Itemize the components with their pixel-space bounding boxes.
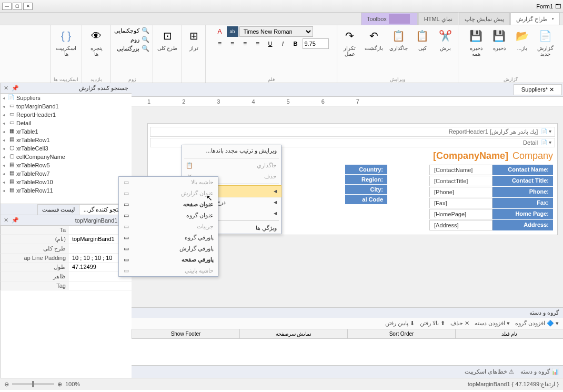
context-submenu-bands[interactable]: حاشیه بالا▭عنوان گزارش▭عنوان صفحه▭عنوان … [118, 176, 218, 277]
font-color-button[interactable]: A [214, 26, 226, 37]
field-cell[interactable]: :Country [345, 165, 387, 174]
new-report-button[interactable]: 📄گزارش جدید [535, 26, 556, 58]
layout-button[interactable]: ⊡طرح کلی [155, 26, 180, 52]
property-row[interactable]: Ta [1, 226, 132, 235]
zoom-slider[interactable] [12, 383, 54, 385]
ctx-band-option[interactable]: پاورقي صفحه▭ [119, 254, 218, 265]
tab-toolbox[interactable]: Toolbox [361, 13, 418, 25]
ctx-band-option[interactable]: حاشیه بالا▭ [119, 177, 218, 188]
font-name-select[interactable]: Times New Roman [239, 26, 313, 37]
tree-item[interactable]: xrTableRow1▤◂ [1, 136, 132, 144]
align-button[interactable]: ⊞تراز [183, 26, 204, 52]
justify-button[interactable]: ≡ [252, 38, 264, 49]
panel-close-icon[interactable]: ✕ [4, 217, 8, 224]
tree-item[interactable]: xrTableRow5▤◂ [1, 161, 132, 169]
tree-item[interactable]: xrTableCell3▢◂ [1, 144, 132, 153]
zoom-out-button[interactable]: 🔍کوچکنمایی [114, 26, 149, 35]
property-row[interactable]: 47.12499طول [1, 263, 132, 272]
property-row[interactable]: ظاهر [1, 272, 132, 282]
field-cell[interactable]: :City [345, 185, 387, 194]
ctx-band-option[interactable]: عنوان گزارش▭ [119, 188, 218, 199]
zoom-minus-button[interactable]: ⊖ [4, 381, 9, 388]
redo-button[interactable]: ↷تکرار عمل [339, 26, 360, 58]
align-center-button[interactable]: ≡ [227, 38, 238, 49]
saveall-button[interactable]: 💾ذخیره همه [466, 26, 487, 58]
align-left-button[interactable]: ≡ [239, 38, 251, 49]
field-cell[interactable]: :Address[Address] [429, 220, 553, 230]
zoom-in-button[interactable]: 🔍بزرگنمایی [114, 44, 149, 53]
ctx-band-option[interactable]: عنوان صفحه▭ [119, 199, 218, 210]
ctx-band-option[interactable]: حاشیه پاییني▭ [119, 265, 218, 276]
tree-item[interactable]: Detail▭◂ [1, 119, 132, 127]
close-button[interactable]: ✕ [23, 3, 33, 10]
zoom-button[interactable]: 🔍زوم [114, 35, 149, 44]
ctx-band-option[interactable]: جزییات▭ [119, 221, 218, 232]
font-size-input[interactable] [303, 38, 329, 49]
property-row[interactable]: Tag [1, 282, 132, 290]
field-cell[interactable]: :Region [345, 175, 387, 184]
tree-item[interactable]: ReportHeader1▭◂ [1, 110, 132, 119]
minimize-button[interactable]: — [2, 3, 12, 10]
field-cell[interactable]: :Contact Name[ContactName] [429, 165, 553, 175]
ctx-band-option[interactable]: پاورقي گزارش▭ [119, 243, 218, 254]
tree-item[interactable]: xrTableRow11▤◂ [1, 186, 132, 195]
save-button[interactable]: 💾ذخیره [489, 26, 510, 58]
col-showheader[interactable]: نمایش سرصفحه [239, 329, 347, 338]
add-group-button[interactable]: ▾ 🔷 افزودن گروه [515, 320, 559, 327]
ctx-paste[interactable]: جاگذاري📋 [182, 160, 281, 171]
field-cell[interactable]: :Contact Title[ContactTitle] [429, 176, 553, 186]
align-right-button[interactable]: ≡ [214, 38, 226, 49]
property-row[interactable]: topMarginBand1(نام) [1, 235, 132, 244]
field-cell[interactable]: :Home Page[HomePage] [429, 209, 553, 219]
zoom-plus-button[interactable]: ⊕ [57, 381, 62, 388]
tree-item[interactable]: cellCompanyName▢◂ [1, 153, 132, 161]
doc-tab-suppliers[interactable]: ✕ *Suppliers [514, 84, 562, 95]
tab-preview[interactable]: پیش نمایش چاپ [459, 13, 510, 25]
ctx-band-option[interactable]: عنوان گروه▭ [119, 210, 218, 221]
cut-button[interactable]: ✂️برش [435, 26, 456, 58]
paste-button[interactable]: 📋جاگذاري [387, 26, 410, 58]
tree-item[interactable]: Suppliers📄◂ [1, 94, 132, 102]
bottom-tab-group[interactable]: 📊 گروه و دسته [520, 368, 559, 375]
tree-item[interactable]: xrTable1▦◂ [1, 127, 132, 136]
scripts-button[interactable]: { }اسكريپت ها [54, 26, 78, 58]
status-text: topMarginBand1 { ارتفاع:47.12499 } [468, 381, 559, 388]
tree-item[interactable]: topMarginBand1▭◂ [1, 102, 132, 110]
moveup-button[interactable]: ⬆ بالا رفتن [420, 320, 445, 327]
ctx-band-option[interactable]: پاورقي گروه▭ [119, 232, 218, 243]
report-tree[interactable]: Suppliers📄◂topMarginBand1▭◂ReportHeader1… [1, 94, 132, 204]
bottom-tab-errors[interactable]: ⚠ خطاهای اسکریپت [465, 368, 514, 375]
movedown-button[interactable]: ⬇ پایین رفتن [385, 320, 415, 327]
property-grid[interactable]: TatopMarginBand1(نام)طرح کلی10 ; 10 ; 10… [1, 226, 132, 378]
open-button[interactable]: 📂باز... [512, 26, 533, 58]
tab-designer[interactable]: ▾طراح گزارش [510, 13, 560, 25]
col-showfooter[interactable]: Show Footer [132, 329, 239, 338]
fieldlist-tab[interactable]: لیست قسمت [37, 204, 79, 215]
tree-item[interactable]: xrTableRow7▤◂ [1, 169, 132, 178]
copy-button[interactable]: 📋کپی [412, 26, 433, 58]
maximize-button[interactable]: ▢ [13, 3, 22, 10]
property-row[interactable]: طرح کلی [1, 244, 132, 254]
company-binding[interactable]: [CompanyName] [433, 150, 508, 162]
undo-button[interactable]: ↶بازگشت [363, 26, 385, 58]
band-reportheader[interactable]: ▾ 📄 [یك باندر هر گزارش] ReportHeader1 [150, 127, 555, 137]
property-row[interactable]: 10 ; 10 ; 10 ; 10ap Line Padding [1, 254, 132, 263]
delete-button[interactable]: ✕ حذف [450, 320, 469, 327]
col-fieldname[interactable]: نام فیلد [455, 329, 563, 338]
tree-item[interactable]: xrTableRow10▤◂ [1, 178, 132, 186]
add-sort-button[interactable]: ▾ افزودن دسته [475, 320, 510, 327]
ctx-reorder-bands[interactable]: ویرایش و ترتیب مجدد باندها... [182, 145, 281, 156]
italic-button[interactable]: I [277, 38, 289, 49]
bold-button[interactable]: B [290, 38, 301, 49]
col-sortorder[interactable]: Sort Order [347, 329, 455, 338]
field-cell[interactable]: :Fax[Fax] [429, 198, 553, 208]
field-cell[interactable]: :Phone[Phone] [429, 187, 553, 197]
panel-close-icon[interactable]: ✕ [4, 85, 8, 92]
field-cell[interactable]: al Code [345, 195, 387, 204]
underline-button[interactable]: U [265, 38, 276, 49]
windows-button[interactable]: 👁پنجره ها [86, 26, 107, 58]
highlight-button[interactable]: ab [227, 26, 238, 37]
pin-icon[interactable]: 📌 [12, 85, 19, 92]
pin-icon[interactable]: 📌 [12, 217, 19, 224]
tab-html[interactable]: نماي HTML [418, 13, 458, 25]
